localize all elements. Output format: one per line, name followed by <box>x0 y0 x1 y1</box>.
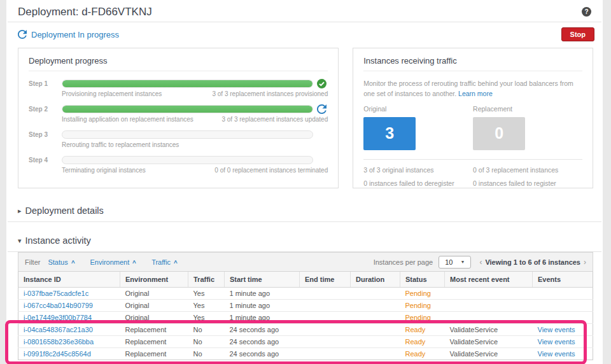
cell-start-time: 24 seconds ago <box>225 336 300 348</box>
instances-receiving-traffic-panel: Instances receiving traffic Monitor the … <box>353 48 593 188</box>
col-events: Events <box>533 272 593 288</box>
prev-page-arrow[interactable]: ‹ <box>479 258 482 267</box>
filter-item-label: Traffic <box>151 258 171 266</box>
table-row: i-0991f8c2d45c8564d Replacement No 24 se… <box>18 348 593 360</box>
col-end-time: End time <box>300 272 351 288</box>
view-events-link[interactable]: View events <box>538 338 575 346</box>
filter-status[interactable]: Status ∧ <box>48 258 74 266</box>
deregister-failed-stat: 0 instances failed to deregister <box>363 179 473 187</box>
instance-activity-section: Filter Status ∧ Environment ∧ Traffic ∧ … <box>18 252 593 360</box>
deployment-details-toggle[interactable]: ▸ Deployment details <box>6 206 603 216</box>
cell-traffic: No <box>188 348 225 360</box>
original-label: Original <box>363 105 473 113</box>
cell-most-recent-event <box>445 312 533 324</box>
table-row: i-067cc4ba014b90799 Original Yes 1 minut… <box>18 300 593 312</box>
col-duration: Duration <box>351 272 400 288</box>
step-detail: 3 of 3 replacement instances provisioned <box>212 90 328 97</box>
cell-status: Pending <box>400 300 445 312</box>
page-title: Deployment: d-FD66VTKNJ <box>18 6 152 18</box>
cell-most-recent-event <box>445 288 533 300</box>
per-page-value: 10 <box>445 258 453 266</box>
step-detail: 3 of 3 replacement instances updated <box>221 116 328 123</box>
cell-duration <box>351 336 400 348</box>
filter-environment[interactable]: Environment ∧ <box>90 258 137 266</box>
col-start-time: Start time <box>225 272 300 288</box>
view-events-link[interactable]: View events <box>538 326 575 333</box>
chevron-down-icon: ▾ <box>18 237 22 245</box>
cell-environment: Original <box>120 288 188 300</box>
per-page-dropdown[interactable]: 10 ▼ <box>439 256 471 269</box>
progress-bar <box>62 105 313 113</box>
filter-label: Filter <box>25 258 40 266</box>
col-environment: Environment <box>120 272 188 288</box>
cell-start-time: 24 seconds ago <box>225 348 300 360</box>
cell-status: Ready <box>400 324 445 336</box>
cell-traffic: No <box>188 324 225 336</box>
step-label: Step 1 <box>29 80 62 87</box>
cell-end-time <box>300 336 351 348</box>
cell-start-time: 1 minute ago <box>225 312 300 324</box>
progress-bar <box>62 130 313 139</box>
step-description: Terminating original instances <box>62 167 146 174</box>
cell-start-time: 24 seconds ago <box>225 324 300 336</box>
cell-duration <box>351 324 400 336</box>
filter-traffic[interactable]: Traffic ∧ <box>151 258 178 266</box>
view-events-link[interactable]: View events <box>538 350 575 358</box>
divider <box>8 221 601 222</box>
table-header-row: Instance ID Environment Traffic Start ti… <box>18 272 593 288</box>
check-circle-icon <box>317 79 327 88</box>
instance-id-link[interactable]: i-0801658b236e36bba <box>24 338 94 346</box>
page-header: Deployment: d-FD66VTKNJ ? <box>6 0 603 22</box>
replacement-count-box: 0 <box>473 117 525 150</box>
instance-table-body: i-037fbae75cadcfe1c Original Yes 1 minut… <box>18 288 593 360</box>
cell-most-recent-event: ValidateService <box>445 324 533 336</box>
instance-id-link[interactable]: i-0991f8c2d45c8564d <box>24 350 91 358</box>
table-row: i-04ca548367ac21a30 Replacement No 24 se… <box>18 324 593 336</box>
instance-id-link[interactable]: i-04ca548367ac21a30 <box>24 326 93 333</box>
per-page-label: Instances per page <box>374 258 433 266</box>
chevron-right-icon: ▸ <box>18 207 22 215</box>
cell-end-time <box>300 300 351 312</box>
chevron-down-icon: ▼ <box>460 260 465 264</box>
step-description: Provisioning replacement instances <box>62 90 162 97</box>
cell-end-time <box>300 348 351 360</box>
cell-duration <box>351 348 400 360</box>
step-label: Step 2 <box>29 106 62 113</box>
filter-item-label: Status <box>48 258 67 266</box>
progress-bar <box>62 80 313 88</box>
cell-start-time: 1 minute ago <box>225 288 300 300</box>
stop-button[interactable]: Stop <box>561 27 594 41</box>
col-traffic: Traffic <box>188 272 225 288</box>
col-status: Status <box>400 272 445 288</box>
cell-traffic: Yes <box>188 300 225 312</box>
instance-id-link[interactable]: i-037fbae75cadcfe1c <box>24 290 88 297</box>
cell-traffic: No <box>188 336 225 348</box>
table-row: i-0e17449e3f00b7784 Original Yes 1 minut… <box>18 312 593 324</box>
learn-more-link[interactable]: Learn more <box>458 90 493 97</box>
cell-traffic: Yes <box>188 288 225 300</box>
cell-status: Pending <box>400 312 445 324</box>
instance-id-link[interactable]: i-067cc4ba014b90799 <box>24 302 93 309</box>
help-icon[interactable]: ? <box>582 7 591 17</box>
paging-text: Viewing 1 to 6 of 6 instances <box>485 258 580 266</box>
cell-end-time <box>300 288 351 300</box>
instance-id-link[interactable]: i-0e17449e3f00b7784 <box>24 314 92 321</box>
progress-step-1: Step 1 Provisioning replacement instance… <box>29 79 328 97</box>
step-description: Installing application on replacement in… <box>62 116 193 123</box>
step-label: Step 3 <box>29 131 62 138</box>
traffic-panel-description: Monitor the process of rerouting traffic… <box>363 79 582 99</box>
original-count-box: 3 <box>363 117 416 150</box>
instance-activity-toggle[interactable]: ▾ Instance activity <box>6 235 603 246</box>
progress-step-4: Step 4 Terminating original instances 0 … <box>29 155 328 174</box>
cell-status: Ready <box>400 348 445 360</box>
next-page-arrow[interactable]: › <box>584 258 586 267</box>
deployment-status[interactable]: Deployment In progress <box>18 30 119 39</box>
traffic-columns: Original 3 Replacement 0 <box>363 105 582 150</box>
cell-start-time: 1 minute ago <box>225 300 300 312</box>
original-column: Original 3 <box>363 105 473 150</box>
deployment-page: Deployment: d-FD66VTKNJ ? Deployment In … <box>6 0 603 364</box>
cell-most-recent-event: ValidateService <box>445 336 533 348</box>
cell-duration <box>351 288 400 300</box>
step-description: Rerouting traffic to replacement instanc… <box>62 141 179 148</box>
deployment-progress-title: Deployment progress <box>29 56 328 71</box>
